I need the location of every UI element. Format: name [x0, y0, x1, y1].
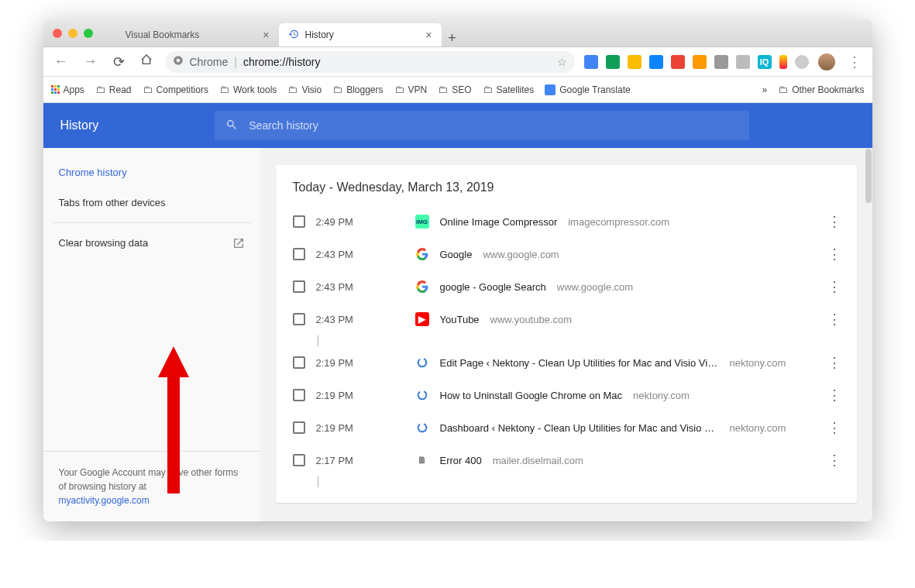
tab-label: Visual Bookmarks — [126, 29, 200, 40]
address-bar[interactable]: Chrome | chrome://history ☆ — [165, 51, 575, 73]
scrollbar[interactable] — [865, 148, 872, 521]
row-title[interactable]: Online Image Compressor — [440, 216, 558, 228]
extension-bookmark-icon[interactable] — [779, 55, 787, 69]
history-row[interactable]: 2:19 PMDashboard ‹ Nektony - Clean Up Ut… — [276, 411, 857, 444]
row-title[interactable]: Error 400 — [440, 455, 482, 466]
apps-icon — [51, 85, 60, 94]
history-main: Today - Wednesday, March 13, 2019 2:49 P… — [260, 103, 872, 521]
row-checkbox[interactable] — [293, 454, 305, 466]
row-checkbox[interactable] — [293, 421, 305, 434]
history-row[interactable]: 2:19 PMEdit Page ‹ Nektony - Clean Up Ut… — [276, 346, 857, 379]
row-more-button[interactable]: ⋮ — [827, 452, 840, 469]
profile-avatar[interactable] — [818, 53, 835, 70]
row-time: 2:19 PM — [316, 357, 370, 369]
bookmark-folder-vpn[interactable]: 🗀VPN — [394, 84, 428, 95]
extension-moz-icon[interactable] — [693, 55, 707, 69]
bookmark-star-icon[interactable]: ☆ — [557, 56, 567, 68]
sidebar-clear-browsing-data[interactable]: Clear browsing data — [43, 228, 260, 258]
scroll-thumb[interactable] — [865, 149, 872, 203]
history-sidebar: Chrome history Tabs from other devices C… — [43, 103, 260, 521]
row-checkbox[interactable] — [293, 313, 305, 325]
annotation-arrow — [158, 346, 189, 493]
minimize-window-button[interactable] — [68, 29, 77, 38]
tab-strip: Visual Bookmarks × History × + — [116, 19, 863, 46]
apps-shortcut[interactable]: Apps — [51, 84, 84, 95]
extension-seoquake-icon[interactable] — [671, 55, 685, 69]
bookmark-overflow-button[interactable]: » — [762, 84, 767, 95]
back-button[interactable]: ← — [51, 50, 71, 73]
new-tab-button[interactable]: + — [442, 30, 463, 46]
extension-privacy-icon[interactable] — [736, 55, 750, 69]
bookmark-folder-read[interactable]: 🗀Read — [95, 84, 132, 95]
row-more-button[interactable]: ⋮ — [827, 278, 840, 295]
row-domain: mailer.diselmail.com — [493, 455, 583, 466]
bookmark-folder-satellites[interactable]: 🗀Satellites — [483, 84, 535, 95]
history-row[interactable]: 2:17 PM🗎Error 400mailer.diselmail.com⋮ — [276, 444, 857, 476]
bookmark-folder-bloggers[interactable]: 🗀Bloggers — [332, 84, 383, 95]
footer-link-myactivity[interactable]: myactivity.google.com — [59, 495, 150, 506]
bookmark-other-bookmarks[interactable]: 🗀Other Bookmarks — [778, 84, 864, 95]
bookmark-folder-work-tools[interactable]: 🗀Work tools — [219, 84, 277, 95]
history-row[interactable]: 2:43 PMGooglewww.google.com⋮ — [276, 238, 857, 270]
close-tab-icon[interactable]: × — [263, 29, 269, 41]
close-tab-icon[interactable]: × — [425, 29, 432, 41]
sidebar-chrome-history[interactable]: Chrome history — [43, 157, 260, 187]
maximize-window-button[interactable] — [84, 29, 93, 38]
extension-ahrefs-icon[interactable] — [649, 55, 663, 69]
sidebar-divider — [53, 222, 251, 223]
row-more-button[interactable]: ⋮ — [827, 387, 840, 404]
folder-icon: 🗀 — [219, 84, 229, 95]
row-title[interactable]: Google — [440, 249, 473, 260]
row-time: 2:49 PM — [316, 216, 370, 228]
row-checkbox[interactable] — [293, 280, 305, 293]
home-button[interactable] — [137, 50, 156, 73]
external-link-icon — [232, 237, 245, 252]
history-row[interactable]: 2:49 PMIMGOnline Image Compressorimageco… — [276, 205, 857, 238]
row-more-button[interactable]: ⋮ — [827, 246, 840, 263]
extension-misc-icon[interactable] — [795, 55, 809, 69]
reload-button[interactable]: ⟳ — [110, 50, 128, 74]
row-more-button[interactable]: ⋮ — [827, 213, 840, 230]
extension-translate-icon[interactable] — [584, 55, 598, 69]
search-history-input[interactable]: Search history — [215, 111, 749, 140]
row-domain: nektony.com — [730, 357, 786, 369]
titlebar: Visual Bookmarks × History × + — [43, 19, 872, 47]
history-row[interactable]: 2:43 PMgoogle - Google Searchwww.google.… — [276, 270, 857, 303]
row-title[interactable]: How to Uninstall Google Chrome on Mac — [440, 390, 623, 401]
row-title[interactable]: Edit Page ‹ Nektony - Clean Up Utilities… — [440, 357, 719, 369]
bookmark-folder-competitors[interactable]: 🗀Competitiors — [143, 84, 208, 95]
row-time: 2:19 PM — [316, 390, 370, 401]
extension-similarweb-icon[interactable] — [628, 55, 642, 69]
close-window-button[interactable] — [53, 29, 62, 38]
row-domain: imagecompressor.com — [568, 216, 669, 228]
row-checkbox[interactable] — [293, 215, 305, 228]
traffic-lights — [53, 29, 93, 38]
extension-iq-icon[interactable]: IQ — [758, 55, 772, 69]
row-checkbox[interactable] — [293, 248, 305, 260]
search-icon — [225, 119, 238, 133]
forward-button[interactable]: → — [81, 50, 101, 73]
history-row[interactable]: 2:19 PMHow to Uninstall Google Chrome on… — [276, 379, 857, 411]
row-more-button[interactable]: ⋮ — [827, 419, 840, 436]
row-checkbox[interactable] — [293, 389, 305, 401]
sidebar-tabs-other-devices[interactable]: Tabs from other devices — [43, 187, 260, 218]
row-title[interactable]: YouTube — [440, 314, 480, 325]
chrome-menu-button[interactable]: ⋮ — [844, 50, 865, 74]
row-more-button[interactable]: ⋮ — [827, 311, 840, 328]
extension-adblock-icon[interactable] — [714, 55, 728, 69]
bookmark-folder-seo[interactable]: 🗀SEO — [438, 84, 471, 95]
svg-marker-5 — [158, 346, 189, 493]
row-title[interactable]: google - Google Search — [440, 281, 546, 293]
history-row[interactable]: 2:43 PM▶YouTubewww.youtube.com⋮ — [276, 303, 857, 335]
svg-point-2 — [418, 359, 426, 367]
tab-visual-bookmarks[interactable]: Visual Bookmarks × — [116, 23, 279, 46]
apps-label: Apps — [64, 84, 84, 95]
bookmark-folder-visio[interactable]: 🗀Visio — [287, 84, 322, 95]
tab-history[interactable]: History × — [279, 23, 442, 46]
extension-grammarly-icon[interactable] — [606, 55, 620, 69]
row-more-button[interactable]: ⋮ — [827, 354, 840, 371]
timeline-tick — [318, 476, 857, 487]
bookmark-google-translate[interactable]: Google Translate — [545, 84, 630, 95]
row-title[interactable]: Dashboard ‹ Nektony - Clean Up Utilities… — [440, 422, 719, 434]
row-checkbox[interactable] — [293, 356, 305, 369]
